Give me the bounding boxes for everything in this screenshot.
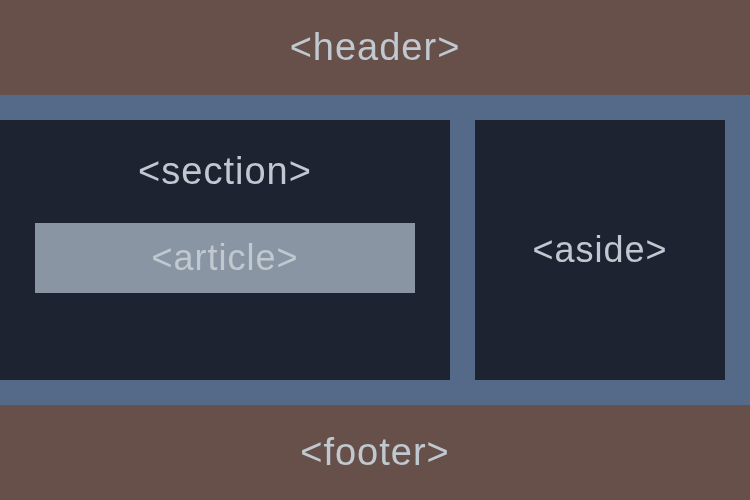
section-label: <section> bbox=[138, 150, 312, 192]
aside-label: <aside> bbox=[532, 229, 667, 271]
footer-label: <footer> bbox=[300, 431, 450, 474]
aside-region: <aside> bbox=[475, 120, 725, 380]
article-region: <article> bbox=[35, 223, 415, 293]
main-content-row: <section> <article> <aside> bbox=[0, 95, 750, 405]
header-region: <header> bbox=[0, 0, 750, 95]
footer-region: <footer> bbox=[0, 405, 750, 500]
article-label: <article> bbox=[151, 237, 298, 279]
header-label: <header> bbox=[290, 26, 461, 69]
section-region: <section> <article> bbox=[0, 120, 450, 380]
